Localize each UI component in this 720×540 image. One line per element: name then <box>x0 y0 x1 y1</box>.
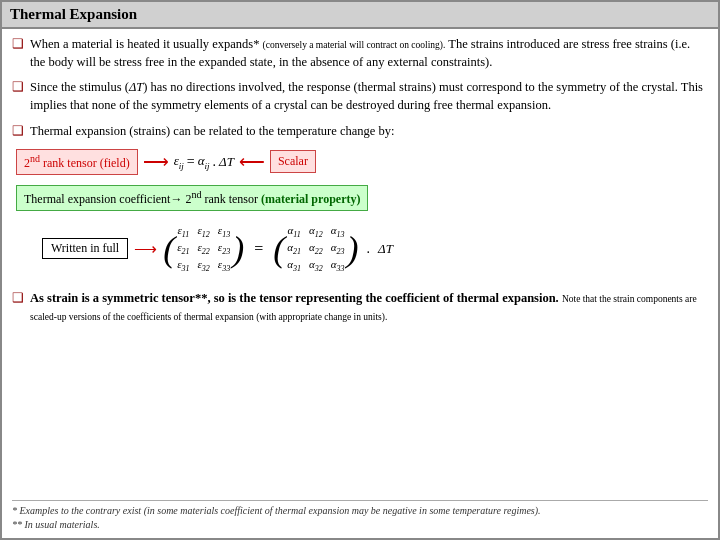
e31: ε31 <box>177 257 189 274</box>
bullet-symbol-2: ❑ <box>12 78 26 95</box>
bullet-item-2: ❑ Since the stimulus (ΔT) has no directi… <box>12 78 708 114</box>
arrow-right-3: ⟶ <box>134 239 157 258</box>
e33: ε33 <box>218 257 230 274</box>
bullet-text-2: Since the stimulus (ΔT) has no direction… <box>30 78 708 114</box>
footnote-1: * Examples to the contrary exist (in som… <box>12 504 708 518</box>
dot-2: . <box>365 241 373 257</box>
e32: ε32 <box>198 257 210 274</box>
bullet-symbol-3: ❑ <box>12 122 26 139</box>
a11: α11 <box>287 223 301 240</box>
a12: α12 <box>309 223 323 240</box>
written-in-full-row: Written in full ⟶ ( ε11 ε12 ε13 ε21 ε22 … <box>42 221 708 277</box>
material-property-text: (material property) <box>261 192 360 206</box>
sup-nd-1: nd <box>30 153 40 164</box>
footnote-2: ** In usual materials. <box>12 518 708 532</box>
alpha-matrix: ( α11 α12 α13 α21 α22 α23 α31 α32 α33 ) <box>273 221 358 277</box>
expansion-coeff-box: Thermal expansion coefficient→ 2nd rank … <box>16 185 368 211</box>
a13: α13 <box>331 223 345 240</box>
a21: α21 <box>287 240 301 257</box>
alpha-matrix-cells: α11 α12 α13 α21 α22 α23 α31 α32 α33 <box>285 221 346 277</box>
bracket-left-2: ( <box>273 231 285 267</box>
bullet-text-4: As strain is a symmetric tensor**, so is… <box>30 289 708 325</box>
footnote-inline-1: (conversely a material will contract on … <box>263 40 446 50</box>
inline-formula-1: εij = αij . ΔT <box>174 153 234 171</box>
alpha-symbol: αij <box>198 153 210 171</box>
bullet-symbol-4: ❑ <box>12 289 26 306</box>
tensor-equation-row: 2nd rank tensor (field) ⟶ εij = αij . ΔT… <box>16 149 708 175</box>
dot-1: . <box>213 154 217 170</box>
bracket-right-1: ) <box>232 231 244 267</box>
bullet-item-4: ❑ As strain is a symmetric tensor**, so … <box>12 289 708 325</box>
a31: α31 <box>287 257 301 274</box>
e22: ε22 <box>198 240 210 257</box>
e11: ε11 <box>177 223 189 240</box>
title-bar: Thermal Expansion <box>2 2 718 29</box>
content-area: ❑ When a material is heated it usually e… <box>2 29 718 538</box>
written-in-full-label: Written in full <box>42 238 128 259</box>
e21: ε21 <box>177 240 189 257</box>
bracket-right-2: ) <box>347 231 359 267</box>
e13: ε13 <box>218 223 230 240</box>
field-tensor-label: 2nd rank tensor (field) <box>16 149 138 175</box>
bottom-bullet-strong: As strain is a symmetric tensor**, so is… <box>30 291 559 305</box>
bullet-item-3: ❑ Thermal expansion (strains) can be rel… <box>12 122 708 140</box>
main-container: Thermal Expansion ❑ When a material is h… <box>0 0 720 540</box>
a22: α22 <box>309 240 323 257</box>
sup-nd-2: nd <box>191 189 201 200</box>
bullet-text-1: When a material is heated it usually exp… <box>30 35 708 71</box>
epsilon-matrix: ( ε11 ε12 ε13 ε21 ε22 ε23 ε31 ε32 ε33 ) <box>163 221 244 277</box>
expansion-coeff-section: Thermal expansion coefficient→ 2nd rank … <box>16 185 708 211</box>
equals-2: = <box>250 240 267 258</box>
a23: α23 <box>331 240 345 257</box>
bracket-left-1: ( <box>163 231 175 267</box>
bullet-item-1: ❑ When a material is heated it usually e… <box>12 35 708 71</box>
deltaT-symbol: ΔT <box>219 154 234 170</box>
deltaT-2: ΔT <box>378 241 393 257</box>
arrow-right-1: ⟶ <box>143 151 169 173</box>
equals-1: = <box>187 154 195 170</box>
scalar-label: Scalar <box>270 150 316 173</box>
bullet-symbol-1: ❑ <box>12 35 26 52</box>
a32: α32 <box>309 257 323 274</box>
footnotes-section: * Examples to the contrary exist (in som… <box>12 500 708 532</box>
e12: ε12 <box>198 223 210 240</box>
epsilon-matrix-cells: ε11 ε12 ε13 ε21 ε22 ε23 ε31 ε32 ε33 <box>175 221 232 277</box>
page-title: Thermal Expansion <box>10 6 137 22</box>
bullet-text-3: Thermal expansion (strains) can be relat… <box>30 122 394 140</box>
a33: α33 <box>331 257 345 274</box>
arrow-right-2: ⟵ <box>239 151 265 173</box>
e23: ε23 <box>218 240 230 257</box>
epsilon-symbol: εij <box>174 153 184 171</box>
